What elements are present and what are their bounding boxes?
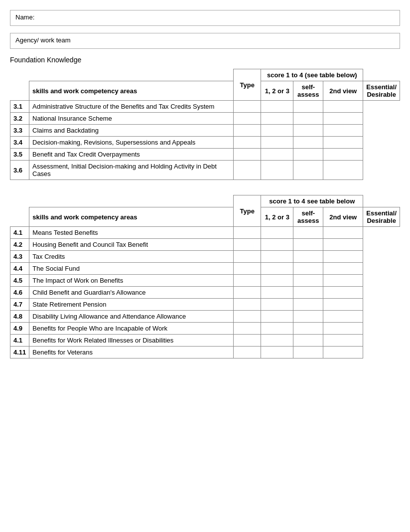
empty-num-header2: [10, 195, 29, 207]
type-header: Type: [234, 69, 261, 101]
row-essential[interactable]: [323, 251, 363, 263]
row-type[interactable]: [234, 287, 261, 299]
table-row: 4.6 Child Benefit and Guardian's Allowan…: [10, 287, 400, 299]
score-header: score 1 to 4 (see table below): [261, 69, 363, 81]
row-essential[interactable]: [323, 149, 363, 161]
row-type[interactable]: [234, 251, 261, 263]
row-skill: Child Benefit and Guardian's Allowance: [29, 287, 234, 299]
row-skill: State Retirement Pension: [29, 299, 234, 311]
table-row: 4.7 State Retirement Pension: [10, 299, 400, 311]
name-field[interactable]: Name:: [10, 10, 400, 26]
row-second-view[interactable]: [293, 323, 323, 335]
row-self-assess[interactable]: [261, 113, 293, 125]
row-type[interactable]: [234, 275, 261, 287]
row-second-view[interactable]: [293, 251, 323, 263]
row-type[interactable]: [234, 161, 261, 180]
row-self-assess[interactable]: [261, 227, 293, 239]
row-essential[interactable]: [323, 239, 363, 251]
row-second-view[interactable]: [293, 101, 323, 113]
row-essential[interactable]: [323, 335, 363, 347]
row-type[interactable]: [234, 347, 261, 358]
table-row: 4.8 Disability Living Allowance and Atte…: [10, 311, 400, 323]
row-self-assess[interactable]: [261, 335, 293, 347]
row-type[interactable]: [234, 227, 261, 239]
row-self-assess[interactable]: [261, 161, 293, 180]
skills-header: skills and work competency areas: [29, 81, 234, 101]
row-second-view[interactable]: [293, 299, 323, 311]
row-self-assess[interactable]: [261, 347, 293, 358]
row-type[interactable]: [234, 323, 261, 335]
row-second-view[interactable]: [293, 113, 323, 125]
row-num: 3.1: [10, 101, 29, 113]
row-essential[interactable]: [323, 323, 363, 335]
row-essential[interactable]: [323, 347, 363, 358]
row-num: 4.1: [10, 335, 29, 347]
row-essential[interactable]: [323, 263, 363, 275]
row-second-view[interactable]: [293, 335, 323, 347]
row-skill: Disability Living Allowance and Attendan…: [29, 311, 234, 323]
row-essential[interactable]: [323, 275, 363, 287]
row-second-view[interactable]: [293, 275, 323, 287]
row-second-view[interactable]: [293, 263, 323, 275]
row-essential[interactable]: [323, 227, 363, 239]
row-self-assess[interactable]: [261, 323, 293, 335]
section2-header-row1: Type score 1 to 4 see table below: [10, 195, 400, 207]
self-assess-header2: self- assess: [293, 207, 323, 227]
row-second-view[interactable]: [293, 227, 323, 239]
row-type[interactable]: [234, 299, 261, 311]
row-second-view[interactable]: [293, 125, 323, 137]
empty-skill-header2: [29, 195, 234, 207]
row-self-assess[interactable]: [261, 287, 293, 299]
row-second-view[interactable]: [293, 161, 323, 180]
row-skill: Tax Credits: [29, 251, 234, 263]
row-type[interactable]: [234, 311, 261, 323]
type-header2: Type: [234, 195, 261, 227]
row-num: 4.7: [10, 299, 29, 311]
row-self-assess[interactable]: [261, 125, 293, 137]
row-essential[interactable]: [323, 137, 363, 149]
table-row: 3.3 Claims and Backdating: [10, 125, 400, 137]
row-self-assess[interactable]: [261, 137, 293, 149]
row-self-assess[interactable]: [261, 299, 293, 311]
row-essential[interactable]: [323, 101, 363, 113]
row-essential[interactable]: [323, 311, 363, 323]
row-essential[interactable]: [323, 113, 363, 125]
table-row: 4.9 Benefits for People Who are Incapabl…: [10, 323, 400, 335]
row-self-assess[interactable]: [261, 311, 293, 323]
row-essential[interactable]: [323, 287, 363, 299]
row-self-assess[interactable]: [261, 263, 293, 275]
row-type[interactable]: [234, 239, 261, 251]
row-num: 3.4: [10, 137, 29, 149]
section1-header-row1: Type score 1 to 4 (see table below): [10, 69, 400, 81]
row-self-assess[interactable]: [261, 101, 293, 113]
row-self-assess[interactable]: [261, 251, 293, 263]
row-second-view[interactable]: [293, 239, 323, 251]
empty-num-subheader: [10, 81, 29, 101]
row-type[interactable]: [234, 149, 261, 161]
row-num: 3.3: [10, 125, 29, 137]
row-self-assess[interactable]: [261, 239, 293, 251]
agency-field[interactable]: Agency/ work team: [10, 33, 400, 49]
row-type[interactable]: [234, 113, 261, 125]
row-second-view[interactable]: [293, 137, 323, 149]
second-view-header: 2nd view: [323, 81, 363, 101]
row-skill: Benefits for Veterans: [29, 347, 234, 358]
row-second-view[interactable]: [293, 287, 323, 299]
empty-num-header: [10, 69, 29, 81]
row-type[interactable]: [234, 101, 261, 113]
row-essential[interactable]: [323, 299, 363, 311]
row-second-view[interactable]: [293, 149, 323, 161]
row-second-view[interactable]: [293, 347, 323, 358]
row-type[interactable]: [234, 335, 261, 347]
row-essential[interactable]: [323, 161, 363, 180]
row-essential[interactable]: [323, 125, 363, 137]
row-type[interactable]: [234, 125, 261, 137]
row-self-assess[interactable]: [261, 275, 293, 287]
row-second-view[interactable]: [293, 311, 323, 323]
section-foundation-knowledge: Foundation Knowledge Type score 1 to 4 (…: [10, 56, 400, 180]
row-num: 4.9: [10, 323, 29, 335]
row-self-assess[interactable]: [261, 149, 293, 161]
table-row: 4.11 Benefits for Veterans: [10, 347, 400, 358]
row-type[interactable]: [234, 263, 261, 275]
row-type[interactable]: [234, 137, 261, 149]
